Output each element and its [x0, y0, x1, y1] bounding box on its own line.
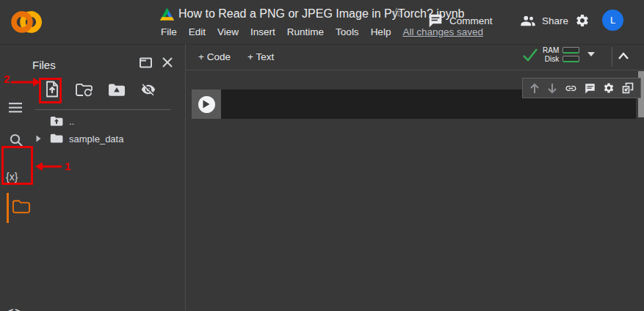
star-icon[interactable]: ☆: [391, 4, 402, 21]
connected-checkmark-icon: [521, 45, 539, 63]
add-code-button[interactable]: + Code: [198, 51, 231, 62]
files-tab-active-indicator: [7, 193, 9, 223]
save-status[interactable]: All changes saved: [402, 26, 483, 37]
add-comment-icon[interactable]: [585, 83, 596, 94]
notebook-title[interactable]: How to Read a PNG or JPEG Image in PyTor…: [178, 7, 465, 21]
move-cell-down-icon[interactable]: [547, 83, 557, 94]
refresh-folder-icon[interactable]: [76, 83, 93, 97]
menu-view[interactable]: View: [217, 26, 239, 37]
disk-meter: [562, 56, 579, 62]
tree-item-label: ..: [69, 116, 74, 127]
comment-button[interactable]: Comment: [428, 13, 493, 28]
add-text-button[interactable]: + Text: [247, 51, 274, 62]
tree-row-parent[interactable]: ..: [32, 115, 185, 131]
resources-dropdown-icon[interactable]: [587, 52, 595, 56]
move-cell-up-icon[interactable]: [529, 83, 540, 94]
share-button[interactable]: Share: [520, 13, 568, 28]
disk-label: Disk: [545, 55, 559, 63]
ram-label: RAM: [543, 46, 559, 54]
settings-gear-icon[interactable]: [575, 13, 590, 28]
copy-link-to-cell-icon[interactable]: [565, 82, 577, 95]
tree-item-label: sample_data: [69, 133, 123, 144]
top-bar: How to Read a PNG or JPEG Image in PyTor…: [0, 0, 644, 45]
expand-arrow-icon[interactable]: [36, 135, 41, 142]
share-people-icon: [520, 13, 536, 28]
menu-file[interactable]: File: [161, 26, 177, 37]
comment-label: Comment: [449, 15, 493, 26]
annotation-arrow-2: [10, 76, 40, 88]
resources-indicator[interactable]: RAM Disk: [521, 45, 595, 63]
annotation-box-1: [1, 146, 33, 185]
table-of-contents-icon[interactable]: [9, 103, 22, 113]
menu-insert[interactable]: Insert: [250, 26, 275, 37]
tree-row-sample-data[interactable]: sample_data: [32, 132, 185, 147]
play-icon: [203, 100, 210, 109]
notebook-toolbar: + Code + Text RAM Disk: [186, 44, 644, 70]
panel-divider[interactable]: [185, 44, 186, 311]
avatar-letter: L: [610, 15, 615, 26]
menu-help[interactable]: Help: [371, 26, 391, 37]
menu-tools[interactable]: Tools: [336, 26, 359, 37]
mirror-cell-icon[interactable]: [622, 82, 634, 94]
share-label: Share: [542, 15, 568, 26]
code-snippets-icon[interactable]: <>: [7, 306, 22, 311]
collapse-header-icon[interactable]: [617, 51, 630, 61]
cell-settings-gear-icon[interactable]: [603, 82, 615, 94]
annotation-step-1-label: 1: [65, 160, 70, 172]
annotation-arrow-1: [35, 161, 62, 172]
run-cell-button[interactable]: [192, 89, 221, 119]
hidden-files-icon[interactable]: [140, 82, 156, 97]
mount-drive-icon[interactable]: [108, 83, 125, 96]
close-panel-icon[interactable]: [162, 56, 173, 68]
annotation-box-2: [39, 78, 62, 103]
parent-dir-icon: [50, 116, 63, 127]
comment-icon: [428, 13, 443, 28]
menu-runtime[interactable]: Runtime: [287, 26, 324, 37]
menu-edit[interactable]: Edit: [189, 26, 206, 37]
cell-toolbar: [522, 78, 641, 98]
open-panel-in-tab-icon[interactable]: [140, 57, 152, 68]
folder-icon: [50, 133, 63, 144]
colab-logo[interactable]: [10, 7, 43, 37]
toolbar-divider: [612, 47, 612, 67]
drive-icon: [159, 7, 175, 21]
avatar[interactable]: L: [602, 10, 623, 31]
files-toolbar-divider: [35, 109, 171, 110]
ram-meter: [562, 47, 579, 54]
files-tab-icon[interactable]: [12, 199, 30, 214]
menu-bar: File Edit View Insert Runtime Tools Help…: [161, 26, 483, 37]
files-panel-title: Files: [32, 59, 56, 71]
